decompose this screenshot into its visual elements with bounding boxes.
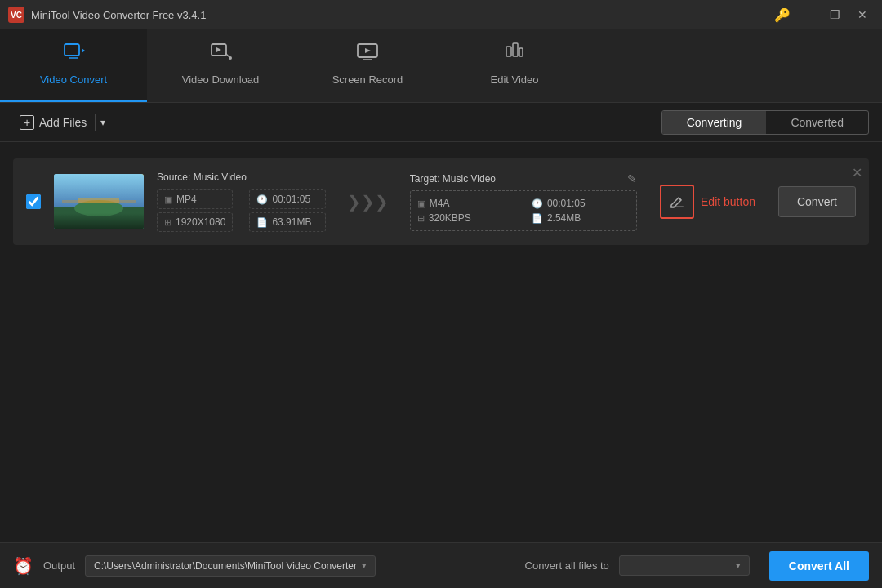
nav-video-download-label: Video Download [182,74,259,86]
source-resolution-value: 1920X1080 [176,216,225,228]
tab-converted[interactable]: Converted [766,111,868,134]
target-filesize-icon: 📄 [532,213,543,224]
edit-button-label: Edit button [701,195,755,208]
source-format: ▣ MP4 [157,189,233,209]
arrows-divider: ❯❯❯ [339,192,397,212]
nav-video-download[interactable]: Video Download [147,29,294,102]
thumbnail [54,174,144,229]
source-duration-value: 00:01:05 [272,194,310,205]
footer: ⏰ Output C:\Users\Administrator\Document… [0,542,882,588]
tab-converting[interactable]: Converting [662,111,767,134]
edit-button-wrapper: Edit button [660,185,755,219]
svg-rect-12 [519,48,523,56]
target-info-grid: ▣ M4A 🕐 00:01:05 ⊞ 320KBPS 📄 2.54MB [410,190,637,231]
source-duration: 🕐 00:01:05 [249,189,325,209]
convert-all-files-label: Convert all files to [525,559,609,572]
add-files-label: Add Files [39,116,87,129]
add-files-button[interactable]: + Add Files ▾ [13,112,110,133]
target-label: Target: Music Video [410,173,496,185]
app-title: MiniTool Video Converter Free v3.4.1 [31,9,206,21]
output-path[interactable]: C:\Users\Administrator\Documents\MiniToo… [85,555,376,577]
edit-button[interactable] [660,185,694,219]
target-format-value: M4A [430,198,450,209]
source-filesize: 📄 63.91MB [249,212,325,232]
output-clock-icon: ⏰ [13,556,33,576]
plus-icon: + [20,115,34,130]
resolution-icon: ⊞ [164,217,172,228]
target-bitrate-value: 320KBPS [429,212,471,224]
duration-icon: 🕐 [256,194,268,205]
target-duration: 🕐 00:01:05 [532,198,630,209]
target-filesize-value: 2.54MB [547,212,581,224]
svg-rect-0 [65,44,79,56]
svg-marker-8 [365,48,371,53]
target-bitrate: ⊞ 320KBPS [417,212,515,224]
restore-button[interactable]: ❐ [823,6,846,24]
screen-record-icon [356,40,379,69]
output-label: Output [43,559,75,572]
source-info-grid: ▣ MP4 🕐 00:01:05 ⊞ 1920X1080 📄 63.91MB [157,189,326,232]
edit-video-icon [503,40,526,69]
nav-bar: Video Convert Video Download Screen Reco… [0,29,882,103]
target-filesize: 📄 2.54MB [532,212,630,224]
title-bar-right: 🔑 — ❐ ✕ [774,6,874,24]
source-filesize-value: 63.91MB [272,216,311,228]
svg-marker-4 [216,47,221,52]
file-checkbox[interactable] [26,194,41,209]
thumbnail-overlay [54,213,144,229]
nav-edit-video-label: Edit Video [490,74,538,86]
close-card-button[interactable]: ✕ [852,165,862,180]
source-format-value: MP4 [176,194,197,205]
svg-line-18 [679,198,681,200]
svg-marker-1 [82,48,85,53]
target-section: Target: Music Video ✎ ▣ M4A 🕐 00:01:05 ⊞… [410,172,637,231]
output-path-text: C:\Users\Administrator\Documents\MiniToo… [94,560,357,572]
nav-video-convert-label: Video Convert [40,74,107,86]
main-content: Source: Music Video ▣ MP4 🕐 00:01:05 ⊞ 1… [0,142,882,261]
file-card: Source: Music Video ▣ MP4 🕐 00:01:05 ⊞ 1… [13,158,869,245]
svg-rect-17 [62,200,136,203]
close-button[interactable]: ✕ [851,6,874,24]
nav-screen-record-label: Screen Record [332,74,403,86]
svg-point-6 [229,56,232,60]
add-files-main[interactable]: + Add Files [13,112,93,133]
add-files-dropdown-arrow[interactable]: ▾ [95,114,110,131]
convert-all-dropdown-arrow: ▾ [736,560,741,571]
key-icon[interactable]: 🔑 [774,7,791,23]
source-resolution: ⊞ 1920X1080 [157,212,233,232]
convert-button[interactable]: Convert [778,186,856,217]
minimize-button[interactable]: — [795,6,818,24]
source-label: Source: Music Video [157,172,326,183]
source-info: Source: Music Video ▣ MP4 🕐 00:01:05 ⊞ 1… [157,172,326,232]
toolbar: + Add Files ▾ Converting Converted [0,103,882,142]
output-path-dropdown-arrow[interactable]: ▾ [362,560,367,571]
convert-all-dropdown[interactable]: ▾ [619,555,750,576]
target-header: Target: Music Video ✎ [410,172,637,185]
nav-video-convert[interactable]: Video Convert [0,29,147,102]
nav-edit-video[interactable]: Edit Video [441,29,588,102]
title-bar-left: VC MiniTool Video Converter Free v3.4.1 [8,7,206,23]
svg-rect-10 [506,47,511,56]
video-download-icon [209,40,232,69]
convert-all-button[interactable]: Convert All [769,551,869,581]
filesize-icon: 📄 [256,217,268,228]
target-format: ▣ M4A [417,198,515,209]
nav-spacer [588,29,882,102]
app-logo: VC [8,7,24,23]
video-convert-icon [62,40,85,69]
tab-group: Converting Converted [662,110,869,135]
format-icon: ▣ [164,194,172,205]
svg-rect-19 [670,206,684,207]
nav-screen-record[interactable]: Screen Record [294,29,441,102]
target-duration-icon: 🕐 [532,198,543,209]
edit-small-icon[interactable]: ✎ [627,172,637,185]
target-duration-value: 00:01:05 [547,198,586,209]
svg-rect-11 [513,43,518,56]
target-format-icon: ▣ [417,198,425,209]
target-bitrate-icon: ⊞ [417,213,425,224]
title-bar: VC MiniTool Video Converter Free v3.4.1 … [0,0,882,29]
